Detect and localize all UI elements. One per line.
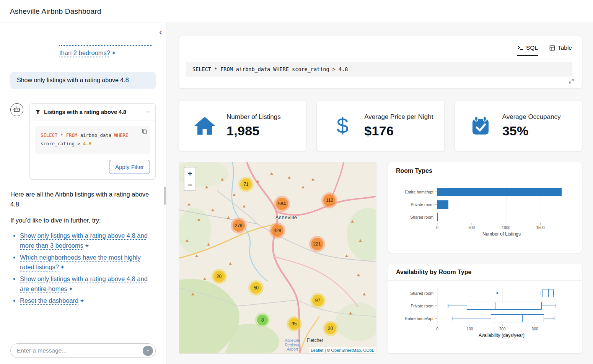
suggestion-link-truncated[interactable]: than 2 bedrooms? <box>59 49 110 56</box>
x-axis-label: Number of Listings <box>388 230 582 237</box>
sql-token: WHERE <box>114 133 129 138</box>
suggestion-link[interactable]: Reset the dashboard <box>20 297 78 304</box>
list-item: Reset the dashboard✦ <box>20 296 156 306</box>
axis-category-label: Private room <box>393 299 437 312</box>
sparkle-icon: ✦ <box>85 242 90 249</box>
map-cluster-marker[interactable]: 279 <box>231 218 247 234</box>
filter-sql-code: SELECT * FROM airbnb_data WHEREscore_rat… <box>41 132 145 148</box>
outlier-point <box>497 292 499 294</box>
median-line <box>495 302 495 310</box>
copy-button[interactable] <box>142 128 147 136</box>
map-cluster-marker[interactable]: 71 <box>238 177 254 192</box>
campsite-icon <box>345 255 348 257</box>
bot-avatar <box>10 103 23 116</box>
cluster-count: 279 <box>233 219 245 232</box>
map-cluster-marker[interactable]: 97 <box>310 293 326 308</box>
apply-filter-button[interactable]: Apply Filter <box>109 160 150 174</box>
axis-tick: 300 <box>532 325 538 331</box>
chat-panel: ‹ than 2 bedrooms?✦ Show only listings w… <box>0 23 166 364</box>
charts-column: Room Types Entire home/aptPrivate roomSh… <box>388 162 582 354</box>
campsite-icon <box>359 239 362 242</box>
bar <box>437 200 448 209</box>
chevron-left-icon: ‹ <box>159 27 162 37</box>
map-cluster-marker[interactable]: 95 <box>287 316 302 332</box>
sql-query-display: SELECT * FROM airbnb_data WHERE score_ra… <box>186 62 572 76</box>
axis-tick: 200 <box>499 325 506 331</box>
axis-tick: 0 <box>436 325 438 331</box>
filter-card: Listings with a rating above 4.8 − SE <box>29 103 156 180</box>
collapse-panel-button[interactable]: ‹ <box>159 28 162 37</box>
cluster-count: 20 <box>213 271 225 282</box>
axis-category-label: Shared room <box>393 287 437 299</box>
dashboard-main: SQL Table SELECT * FROM airbnb_data WHER… <box>166 23 593 364</box>
sql-token: score_rating > <box>41 141 83 146</box>
sparkle-icon: ✦ <box>80 297 85 304</box>
cluster-count: 221 <box>311 238 323 250</box>
tab-table[interactable]: Table <box>549 44 572 56</box>
cluster-count: 8 <box>257 315 268 325</box>
map-label-fletcher: Fletcher <box>307 338 323 343</box>
tab-sql[interactable]: SQL <box>517 44 538 56</box>
odbl-link[interactable]: ODbL <box>363 348 374 353</box>
house-icon <box>194 115 216 136</box>
bot-message-row: Listings with a rating above 4.8 − SE <box>10 103 156 180</box>
map-cluster-marker[interactable]: 20 <box>323 321 338 336</box>
box <box>467 302 542 310</box>
collapse-card-button[interactable]: − <box>146 108 150 115</box>
availability-chart: Shared roomPrivate roomEntire home/apt 0… <box>388 281 582 338</box>
stat-value: 1,985 <box>226 123 281 138</box>
sparkle-icon: ✦ <box>68 286 73 292</box>
cluster-count: 97 <box>312 295 324 306</box>
campsite-icon <box>270 172 273 175</box>
campsite-icon <box>351 220 354 223</box>
message-input[interactable] <box>17 347 143 354</box>
suggestion-link[interactable]: Which neighborhoods have the most highly… <box>20 254 141 271</box>
stat-card-listings: Number of Listings 1,985 <box>179 100 306 151</box>
suggestion-link[interactable]: Show only listings with a rating above 4… <box>20 232 148 249</box>
filter-card-body: SELECT * FROM airbnb_data WHEREscore_rat… <box>30 120 155 179</box>
axis-tick: 500 <box>468 223 475 230</box>
scrollbar-thumb[interactable] <box>164 187 166 205</box>
median-line <box>522 314 523 322</box>
bar <box>437 213 438 221</box>
map-cluster-marker[interactable]: 8 <box>255 313 270 327</box>
campsite-icon <box>256 180 259 183</box>
campsite-icon <box>357 274 360 276</box>
stat-value: $176 <box>364 123 433 138</box>
osm-link[interactable]: OpenStreetMap <box>331 348 361 353</box>
map-cluster-marker[interactable]: 221 <box>309 236 325 252</box>
whisker-cap <box>554 317 555 320</box>
tab-label: SQL <box>526 44 538 51</box>
map-cluster-marker[interactable]: 112 <box>321 192 337 208</box>
axis-category-label: Entire home/apt <box>393 312 437 325</box>
map-tiles <box>179 162 376 353</box>
zoom-in-button[interactable]: + <box>184 167 195 179</box>
calendar-check-icon <box>470 115 491 136</box>
map-cluster-marker[interactable]: 50 <box>248 280 264 296</box>
map-container[interactable]: 7158411227942822120509789520 Asheville F… <box>179 162 376 354</box>
map-label-asheville: Asheville <box>275 214 297 220</box>
campsite-icon <box>311 178 314 181</box>
cutoff-underline <box>59 44 152 46</box>
suggestion-list: Show only listings with a rating above 4… <box>10 231 156 306</box>
map-cluster-marker[interactable]: 428 <box>269 223 285 239</box>
campsite-icon <box>195 255 198 257</box>
leaflet-link[interactable]: Leaflet <box>311 348 323 353</box>
expand-button[interactable] <box>569 78 574 85</box>
axis-category-label: Entire home/apt <box>393 185 437 198</box>
campsite-icon <box>349 312 352 315</box>
stat-label: Average Occupancy <box>502 113 561 121</box>
axis-tick: 100 <box>467 325 473 331</box>
sql-token: SELECT * FROM <box>41 133 80 138</box>
cluster-count: 20 <box>325 323 336 334</box>
availability-card: Availability by Room Type Shared roomPri… <box>388 263 582 354</box>
suggestion-link[interactable]: Show only listings with a rating above 4… <box>20 275 148 292</box>
zoom-out-button[interactable]: − <box>184 179 195 190</box>
map-cluster-marker[interactable]: 584 <box>274 196 290 212</box>
cluster-count: 428 <box>271 224 283 237</box>
query-tabbar: SQL Table <box>179 36 582 56</box>
map-cluster-marker[interactable]: 20 <box>212 269 227 284</box>
page-title: Asheville Airbnb Dashboard <box>10 7 101 16</box>
send-button[interactable]: ↑ <box>143 346 153 356</box>
robot-icon <box>13 106 21 114</box>
